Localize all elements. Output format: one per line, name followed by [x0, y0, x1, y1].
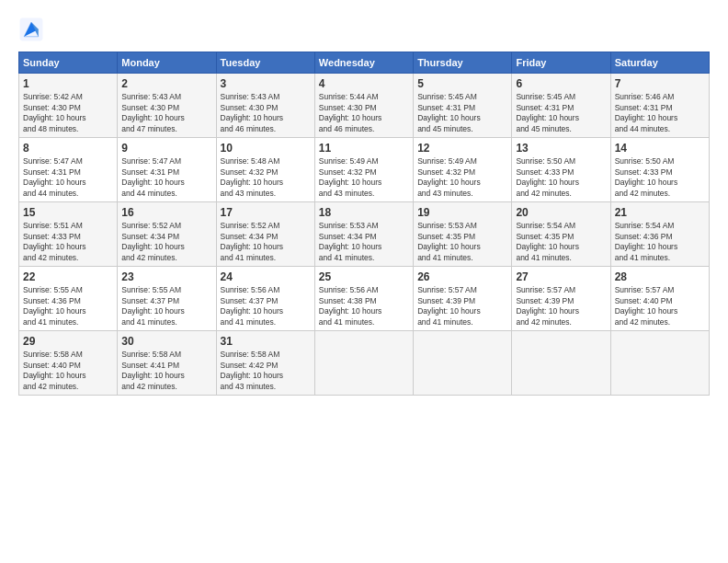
day-number: 3 [221, 76, 311, 91]
calendar-cell: 20Sunrise: 5:54 AMSunset: 4:35 PMDayligh… [512, 202, 610, 267]
cell-line: and 41 minutes. [319, 253, 409, 263]
cell-line: Sunrise: 5:58 AM [221, 350, 311, 360]
calendar-cell: 12Sunrise: 5:49 AMSunset: 4:32 PMDayligh… [414, 138, 512, 202]
cell-line: Sunrise: 5:48 AM [221, 156, 311, 167]
calendar-cell: 11Sunrise: 5:49 AMSunset: 4:32 PMDayligh… [314, 138, 413, 202]
calendar-cell: 24Sunrise: 5:56 AMSunset: 4:37 PMDayligh… [216, 267, 314, 331]
cell-line: and 46 minutes. [319, 124, 409, 134]
cell-line: Sunset: 4:39 PM [417, 296, 507, 306]
cell-line: Sunrise: 5:56 AM [319, 285, 409, 295]
cell-line: and 41 minutes. [319, 317, 409, 327]
day-number: 16 [121, 205, 211, 220]
col-header-friday: Friday [512, 52, 610, 74]
calendar-cell: 30Sunrise: 5:58 AMSunset: 4:41 PMDayligh… [118, 331, 216, 396]
cell-line: Sunrise: 5:53 AM [417, 221, 507, 231]
cell-line: and 46 minutes. [221, 124, 311, 134]
cell-line: Sunrise: 5:54 AM [615, 221, 705, 231]
day-number: 31 [221, 334, 311, 349]
cell-line: and 42 minutes. [121, 382, 211, 392]
cell-line: and 45 minutes. [417, 124, 507, 134]
cell-line: and 47 minutes. [121, 124, 211, 134]
cell-line: Daylight: 10 hours [319, 178, 409, 188]
day-number: 8 [23, 141, 113, 155]
cell-line: Daylight: 10 hours [121, 178, 211, 188]
cell-line: Sunset: 4:32 PM [221, 167, 311, 178]
cell-line: Daylight: 10 hours [121, 371, 211, 381]
calendar-cell: 10Sunrise: 5:48 AMSunset: 4:32 PMDayligh… [216, 138, 314, 202]
cell-line: Sunset: 4:33 PM [516, 167, 606, 178]
cell-line: Sunset: 4:42 PM [221, 361, 311, 371]
week-row-4: 22Sunrise: 5:55 AMSunset: 4:36 PMDayligh… [19, 267, 710, 331]
calendar-cell [610, 331, 709, 396]
cell-line: Sunrise: 5:43 AM [221, 92, 311, 102]
calendar-cell: 5Sunrise: 5:45 AMSunset: 4:31 PMDaylight… [414, 74, 512, 138]
cell-line: Sunset: 4:33 PM [23, 232, 113, 242]
cell-line: Sunset: 4:36 PM [23, 296, 113, 306]
cell-line: Sunset: 4:30 PM [221, 103, 311, 113]
calendar-cell: 13Sunrise: 5:50 AMSunset: 4:33 PMDayligh… [512, 138, 610, 202]
logo [18, 17, 48, 42]
cell-line: Sunset: 4:34 PM [121, 232, 211, 242]
day-number: 7 [615, 76, 705, 91]
cell-line: and 43 minutes. [417, 189, 507, 199]
cell-line: Sunrise: 5:55 AM [23, 285, 113, 295]
cell-line: Daylight: 10 hours [121, 306, 211, 316]
calendar-cell [414, 331, 512, 396]
week-row-3: 15Sunrise: 5:51 AMSunset: 4:33 PMDayligh… [19, 202, 710, 267]
calendar-cell [314, 331, 413, 396]
cell-line: and 42 minutes. [615, 189, 705, 199]
day-number: 21 [615, 205, 705, 220]
cell-line: Daylight: 10 hours [615, 113, 705, 123]
day-number: 25 [319, 270, 409, 284]
cell-line: and 48 minutes. [23, 124, 113, 134]
day-number: 9 [121, 141, 211, 155]
cell-line: Sunset: 4:34 PM [319, 232, 409, 242]
col-header-monday: Monday [118, 52, 216, 74]
calendar-cell: 25Sunrise: 5:56 AMSunset: 4:38 PMDayligh… [314, 267, 413, 331]
cell-line: and 44 minutes. [615, 124, 705, 134]
cell-line: and 41 minutes. [417, 317, 507, 327]
calendar-cell: 7Sunrise: 5:46 AMSunset: 4:31 PMDaylight… [610, 74, 709, 138]
cell-line: and 41 minutes. [615, 253, 705, 263]
calendar-cell [512, 331, 610, 396]
cell-line: Sunrise: 5:42 AM [23, 92, 113, 102]
cell-line: and 42 minutes. [516, 317, 606, 327]
cell-line: Sunset: 4:32 PM [417, 167, 507, 178]
cell-line: Sunset: 4:41 PM [121, 361, 211, 371]
cell-line: and 44 minutes. [121, 189, 211, 199]
cell-line: and 41 minutes. [121, 317, 211, 327]
calendar-cell: 2Sunrise: 5:43 AMSunset: 4:30 PMDaylight… [118, 74, 216, 138]
col-header-wednesday: Wednesday [314, 52, 413, 74]
cell-line: Daylight: 10 hours [615, 242, 705, 252]
cell-line: Daylight: 10 hours [417, 306, 507, 316]
day-number: 19 [417, 205, 507, 220]
day-number: 20 [516, 205, 606, 220]
cell-line: and 43 minutes. [221, 382, 311, 392]
cell-line: Sunrise: 5:47 AM [121, 156, 211, 167]
cell-line: and 41 minutes. [516, 253, 606, 263]
day-number: 1 [23, 76, 113, 91]
cell-line: Daylight: 10 hours [121, 113, 211, 123]
cell-line: Sunset: 4:34 PM [221, 232, 311, 242]
calendar-cell: 15Sunrise: 5:51 AMSunset: 4:33 PMDayligh… [19, 202, 118, 267]
cell-line: Daylight: 10 hours [516, 306, 606, 316]
day-number: 4 [319, 76, 409, 91]
cell-line: Sunset: 4:37 PM [121, 296, 211, 306]
cell-line: Daylight: 10 hours [23, 178, 113, 188]
day-number: 22 [23, 270, 113, 284]
cell-line: Sunrise: 5:43 AM [121, 92, 211, 102]
calendar-cell: 6Sunrise: 5:45 AMSunset: 4:31 PMDaylight… [512, 74, 610, 138]
cell-line: Daylight: 10 hours [23, 371, 113, 381]
cell-line: Daylight: 10 hours [417, 242, 507, 252]
day-number: 28 [615, 270, 705, 284]
cell-line: Sunrise: 5:57 AM [516, 285, 606, 295]
cell-line: Sunrise: 5:44 AM [319, 92, 409, 102]
cell-line: Sunset: 4:31 PM [23, 167, 113, 178]
day-number: 2 [121, 76, 211, 91]
day-number: 5 [417, 76, 507, 91]
cell-line: Sunset: 4:33 PM [615, 167, 705, 178]
cell-line: and 41 minutes. [23, 317, 113, 327]
cell-line: Sunset: 4:30 PM [319, 103, 409, 113]
day-number: 10 [221, 141, 311, 155]
cell-line: Sunset: 4:37 PM [221, 296, 311, 306]
